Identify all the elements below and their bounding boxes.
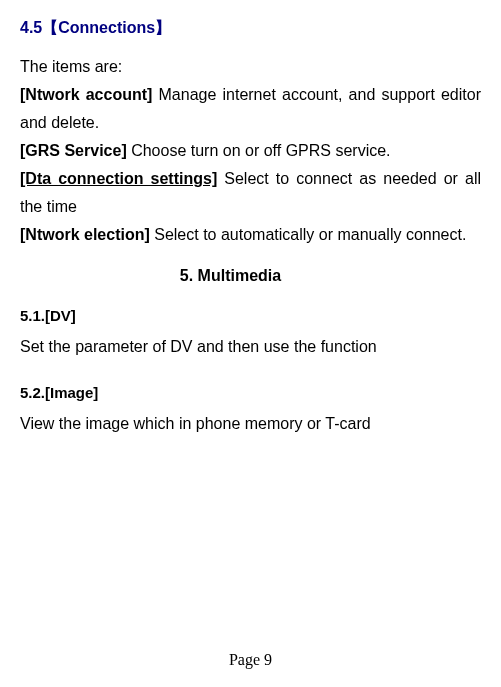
body-5-1: Set the parameter of DV and then use the… [20,336,481,358]
item-1-label: [Ntwork account] [20,86,152,103]
heading-chapter-5: 5. Multimedia [0,267,481,285]
item-4-label: [Ntwork election] [20,226,150,243]
item-2-text: Choose turn on or off GPRS service. [127,142,391,159]
heading-5-1: 5.1.[DV] [20,307,481,324]
item-3-label: [Dta connection settings] [20,170,217,187]
heading-4-5: 4.5【Connections】 [20,18,481,39]
page-footer: Page 9 [0,651,501,669]
item-4-text: Select to automatically or manually conn… [150,226,467,243]
heading-5-2: 5.2.[Image] [20,384,481,401]
item-2-label: [GRS Service] [20,142,127,159]
section-4-5-body: The items are: [Ntwork account] Manage i… [20,53,481,249]
body-5-2: View the image which in phone memory or … [20,413,481,435]
intro-line: The items are: [20,58,122,75]
